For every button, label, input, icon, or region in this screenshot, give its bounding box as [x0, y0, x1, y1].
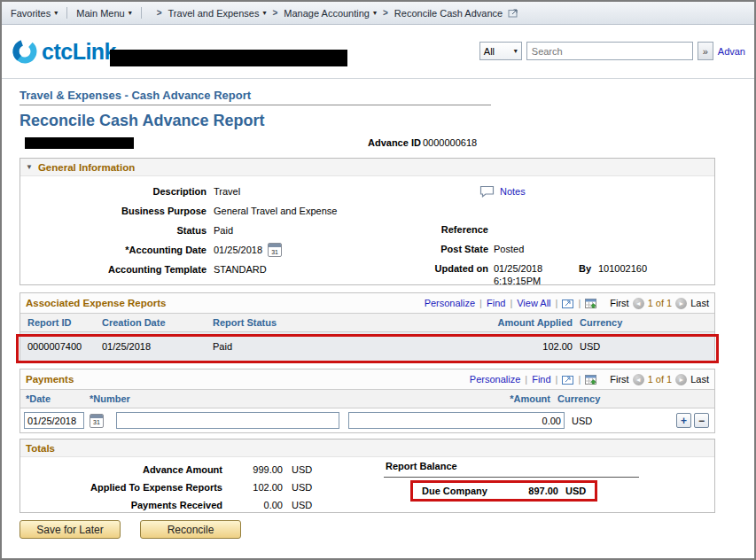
expense-report-row: 0000007400 01/25/2018 Paid 102.00 USD [20, 332, 714, 361]
payments-titlebar: Payments Personalize | Find | | First [20, 369, 714, 389]
breadcrumb-item-manage-accounting[interactable]: Manage Accounting ▾ [284, 8, 377, 19]
business-purpose-value: General Travel and Expense [214, 206, 337, 216]
new-window-icon[interactable] [508, 8, 518, 18]
search-input[interactable] [526, 42, 693, 60]
collapse-section-icon[interactable]: ▼ [26, 163, 33, 171]
totals-body: Advance Amount 999.00 USD Applied To Exp… [20, 457, 714, 512]
advance-amount-label: Advance Amount [20, 464, 222, 475]
pipe-separator: | [556, 374, 558, 385]
column-header-number: *Number [90, 393, 327, 404]
calendar-icon-day: 31 [90, 418, 103, 427]
breadcrumb-favorites[interactable]: Favorites ▾ [11, 8, 58, 19]
ctclink-logo-mark [11, 37, 39, 66]
ctclink-logo[interactable]: ctcLink [11, 37, 116, 66]
payments-received-currency: USD [292, 500, 312, 510]
next-page-icon[interactable]: ► [675, 374, 687, 385]
advance-id-row: Advance ID 0000000618 [19, 135, 715, 152]
column-header-currency: Currency [550, 393, 661, 404]
breadcrumb-divider [141, 7, 142, 19]
personalize-link[interactable]: Personalize [425, 298, 475, 308]
download-to-excel-icon[interactable] [585, 299, 596, 308]
previous-page-icon[interactable]: ◄ [633, 374, 644, 385]
calendar-icon[interactable]: 31 [268, 243, 282, 257]
delete-row-button[interactable]: − [694, 413, 709, 428]
report-status-cell: Paid [213, 341, 403, 352]
chevron-down-icon: ▾ [54, 9, 58, 17]
amount-applied-cell: 102.00 [403, 341, 573, 352]
updated-by-value: 101002160 [598, 263, 647, 274]
post-state-label: Post State [357, 244, 488, 254]
pipe-separator: | [479, 298, 482, 308]
add-row-button[interactable]: + [676, 413, 691, 428]
next-page-icon[interactable]: ► [675, 298, 687, 309]
due-company-value: 897.00 [514, 486, 558, 496]
section-title: Payments [26, 374, 74, 385]
redacted-text [110, 50, 347, 66]
reference-label: Reference [357, 224, 488, 235]
pipe-separator: | [510, 298, 512, 308]
save-for-later-button[interactable]: Save for Later [19, 520, 121, 539]
notes-link[interactable]: Notes [500, 186, 526, 197]
status-value: Paid [214, 225, 233, 236]
applied-to-expense-reports-row: Applied To Expense Reports 102.00 USD [20, 478, 714, 496]
general-information-header[interactable]: ▼ General Information [20, 159, 714, 176]
page-title: Reconcile Cash Advance Report [19, 112, 715, 130]
advanced-search-link[interactable]: Advan [718, 46, 745, 57]
pager-last-label[interactable]: Last [690, 374, 709, 385]
payment-date-input[interactable] [24, 412, 84, 429]
view-all-link[interactable]: View All [517, 298, 550, 308]
section-title: Totals [26, 443, 55, 454]
column-header-report-status: Report Status [213, 317, 403, 328]
download-to-excel-icon[interactable] [585, 375, 596, 385]
breadcrumb-main-menu[interactable]: Main Menu ▾ [76, 8, 131, 19]
applied-label: Applied To Expense Reports [20, 482, 222, 493]
zoom-grid-icon[interactable] [562, 375, 573, 385]
breadcrumb-item-label: Manage Accounting [284, 8, 370, 19]
accounting-date-label: *Accounting Date [20, 245, 207, 255]
previous-page-icon[interactable]: ◄ [633, 298, 644, 309]
totals-header: Totals [20, 439, 714, 457]
chevron-down-icon: ▾ [262, 9, 266, 17]
action-buttons: Save for Later Reconcile [19, 520, 715, 539]
search-go-button[interactable]: » [698, 42, 713, 60]
double-chevron-icon: » [703, 46, 708, 57]
find-link[interactable]: Find [487, 298, 505, 308]
breadcrumb-item-travel-and-expenses[interactable]: Travel and Expenses ▾ [168, 8, 267, 19]
pager-first-label[interactable]: First [610, 298, 628, 308]
find-link[interactable]: Find [532, 374, 550, 385]
column-header-date: *Date [20, 393, 90, 404]
breadcrumb-main-menu-label: Main Menu [76, 8, 124, 19]
accounting-template-value: STANDARD [214, 264, 267, 275]
totals-section: Totals Advance Amount 999.00 USD Applied… [19, 439, 715, 513]
payment-amount-input[interactable] [348, 412, 565, 429]
pager-last-label[interactable]: Last [690, 298, 709, 308]
pager-first-label[interactable]: First [610, 374, 628, 385]
payments-received-value: 0.00 [231, 500, 283, 510]
payment-row: 31 USD + − [20, 408, 714, 432]
personalize-link[interactable]: Personalize [470, 374, 520, 385]
post-state-value: Posted [494, 244, 524, 254]
currency-cell: USD [573, 341, 714, 352]
notes-link-wrap: Notes [479, 185, 526, 198]
payments-header-row: *Date *Number *Amount Currency [20, 389, 714, 408]
expense-reports-header-row: Report ID Creation Date Report Status Am… [20, 313, 714, 332]
payments-grid: *Date *Number *Amount Currency 31 USD + [20, 389, 714, 432]
pipe-separator: | [578, 298, 581, 308]
breadcrumb-item-label: Travel and Expenses [168, 8, 260, 19]
app-header: ctcLink All ▾ » Advan [2, 25, 754, 79]
pipe-separator: | [578, 374, 581, 385]
search-scope-select[interactable]: All ▾ [479, 42, 522, 60]
reconcile-button[interactable]: Reconcile [140, 520, 241, 539]
calendar-icon[interactable]: 31 [90, 414, 104, 428]
zoom-grid-icon[interactable] [562, 299, 573, 308]
updated-on-label: Updated on [357, 263, 488, 274]
breadcrumb-item-reconcile-cash-advance[interactable]: Reconcile Cash Advance [394, 8, 503, 19]
payment-number-input[interactable] [116, 412, 339, 429]
business-purpose-row: Business Purpose General Travel and Expe… [20, 201, 714, 221]
column-header-currency: Currency [573, 317, 714, 328]
breadcrumb-separator-icon: > [383, 8, 388, 18]
updated-date: 01/25/2018 [494, 263, 542, 274]
description-label: Description [20, 186, 207, 197]
payments-received-row: Payments Received 0.00 USD [20, 496, 714, 514]
page-content: Travel & Expenses - Cash Advance Report … [2, 79, 715, 539]
